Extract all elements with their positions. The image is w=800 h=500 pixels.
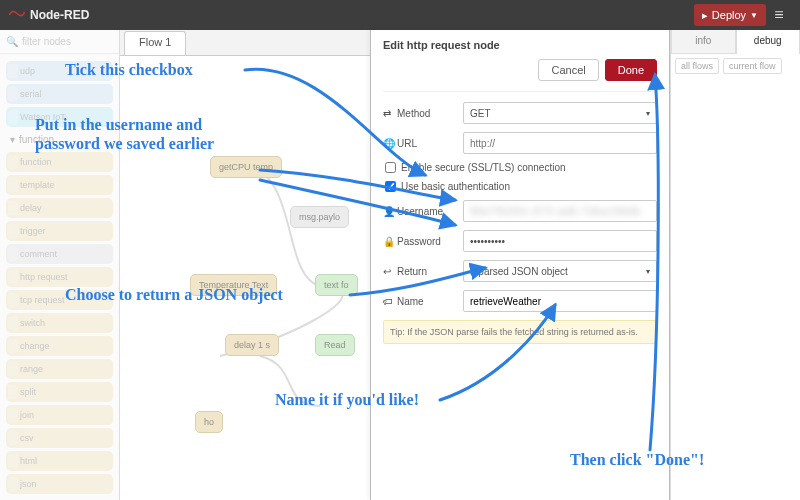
cancel-button[interactable]: Cancel <box>538 59 598 81</box>
app-logo: Node-RED <box>8 6 89 24</box>
ssl-checkbox[interactable] <box>385 162 396 173</box>
palette-node[interactable]: udp <box>6 61 113 81</box>
name-input[interactable] <box>463 290 657 312</box>
auth-checkbox-row[interactable]: Use basic authentication <box>383 181 657 192</box>
name-label: 🏷Name <box>383 296 457 307</box>
password-input[interactable]: •••••••••• <box>463 230 657 252</box>
auth-checkbox[interactable] <box>385 181 396 192</box>
debug-filter-current[interactable]: current flow <box>723 58 782 74</box>
dialog-title: Edit http request node <box>383 30 657 59</box>
palette-filter[interactable]: 🔍 filter nodes <box>0 30 119 54</box>
node-palette: 🔍 filter nodes udp serial Watson IoT ▾fu… <box>0 30 120 500</box>
method-label: ⇄Method <box>383 108 457 119</box>
palette-node[interactable]: range <box>6 359 113 379</box>
flow-node[interactable]: delay 1 s <box>225 334 279 356</box>
flow-node[interactable]: msg.paylo <box>290 206 349 228</box>
auth-label: Use basic authentication <box>401 181 510 192</box>
chevron-down-icon: ▾ <box>646 109 650 118</box>
app-header: Node-RED ▸ Deploy ▼ ≡ <box>0 0 800 30</box>
debug-filter-all[interactable]: all flows <box>675 58 719 74</box>
edit-node-dialog: Edit http request node Cancel Done ⇄Meth… <box>370 30 670 500</box>
palette-filter-placeholder: filter nodes <box>22 36 71 47</box>
return-select[interactable]: a parsed JSON object▾ <box>463 260 657 282</box>
palette-node[interactable]: Watson IoT <box>6 107 113 127</box>
info-tab[interactable]: info <box>671 30 736 54</box>
palette-node[interactable]: template <box>6 175 113 195</box>
deploy-label: Deploy <box>712 9 746 21</box>
flow-tab[interactable]: Flow 1 <box>124 31 186 55</box>
palette-node[interactable]: tcp request <box>6 290 113 310</box>
flow-node[interactable]: ho <box>195 411 223 433</box>
hamburger-icon[interactable]: ≡ <box>766 6 792 24</box>
ssl-checkbox-row[interactable]: Enable secure (SSL/TLS) connection <box>383 162 657 173</box>
chevron-down-icon: ▾ <box>646 267 650 276</box>
palette-node[interactable]: switch <box>6 313 113 333</box>
tag-icon: 🏷 <box>383 296 393 306</box>
flow-node[interactable]: getCPU temp <box>210 156 282 178</box>
deploy-icon: ▸ <box>702 9 708 22</box>
password-label: 🔒Password <box>383 236 457 247</box>
deploy-caret-icon: ▼ <box>750 11 758 20</box>
username-input[interactable]: 90e7fb35fc-873-ad6-7dba19b0b <box>463 200 657 222</box>
palette-node[interactable]: http request <box>6 267 113 287</box>
lock-icon: 🔒 <box>383 236 393 246</box>
palette-node[interactable]: trigger <box>6 221 113 241</box>
flow-node[interactable]: text fo <box>315 274 358 296</box>
palette-node[interactable]: delay <box>6 198 113 218</box>
debug-tab[interactable]: debug <box>736 30 801 54</box>
palette-node[interactable]: comment <box>6 244 113 264</box>
url-input[interactable] <box>463 132 657 154</box>
palette-node[interactable]: function <box>6 152 113 172</box>
palette-node[interactable]: csv <box>6 428 113 448</box>
url-label: 🌐URL <box>383 138 457 149</box>
method-select[interactable]: GET▾ <box>463 102 657 124</box>
app-title: Node-RED <box>30 8 89 22</box>
palette-group-header[interactable]: ▾function <box>4 130 115 149</box>
palette-node[interactable]: json <box>6 474 113 494</box>
info-panel: info debug all flows current flow <box>670 30 800 500</box>
method-icon: ⇄ <box>383 108 393 118</box>
search-icon: 🔍 <box>6 36 18 47</box>
deploy-button[interactable]: ▸ Deploy ▼ <box>694 4 766 26</box>
palette-node[interactable]: join <box>6 405 113 425</box>
ssl-label: Enable secure (SSL/TLS) connection <box>401 162 566 173</box>
return-label: ↩Return <box>383 266 457 277</box>
return-icon: ↩ <box>383 266 393 276</box>
palette-node[interactable]: change <box>6 336 113 356</box>
done-button[interactable]: Done <box>605 59 657 81</box>
flow-node[interactable]: Temperature Text <box>190 274 277 296</box>
user-icon: 👤 <box>383 206 393 216</box>
palette-node[interactable]: serial <box>6 84 113 104</box>
palette-node[interactable]: html <box>6 451 113 471</box>
dialog-tip: Tip: If the JSON parse fails the fetched… <box>383 320 657 344</box>
nodered-icon <box>8 6 26 24</box>
username-label: 👤Username <box>383 206 457 217</box>
palette-node[interactable]: split <box>6 382 113 402</box>
globe-icon: 🌐 <box>383 138 393 148</box>
flow-node[interactable]: Read <box>315 334 355 356</box>
